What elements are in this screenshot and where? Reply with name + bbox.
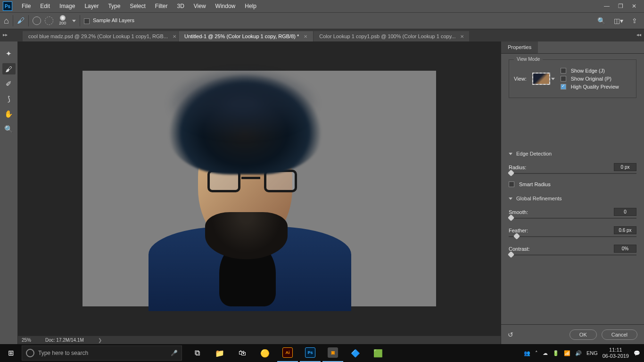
brush-size-preview[interactable]: 200 bbox=[57, 15, 68, 26]
brush-options-dropdown-icon[interactable] bbox=[72, 20, 76, 22]
view-label: View: bbox=[514, 76, 527, 82]
close-icon[interactable]: ✕ bbox=[304, 34, 307, 39]
menu-image[interactable]: Image bbox=[55, 1, 80, 11]
show-original-option[interactable]: Show Original (P) bbox=[561, 76, 631, 82]
edge-detection-section[interactable]: Edge Detection bbox=[509, 151, 636, 156]
taskbar-search[interactable]: Type here to search 🎤 bbox=[22, 346, 182, 361]
menu-file[interactable]: File bbox=[17, 1, 35, 11]
share-icon[interactable]: ⇪ bbox=[632, 17, 637, 25]
brush-tool-icon[interactable]: ✐ bbox=[2, 78, 16, 90]
subtract-selection-icon[interactable] bbox=[45, 16, 53, 25]
sublime-icon[interactable]: ▣ bbox=[322, 344, 343, 362]
show-edge-option[interactable]: Show Edge (J) bbox=[561, 68, 631, 74]
menu-edit[interactable]: Edit bbox=[35, 1, 55, 11]
sample-all-layers-option[interactable]: Sample All Layers bbox=[84, 17, 134, 24]
language-indicator[interactable]: ENG bbox=[586, 350, 598, 356]
document-tab-active[interactable]: Untitled-1 @ 25% (Color Lookup 1 copy, R… bbox=[179, 31, 313, 41]
home-icon[interactable]: ⌂ bbox=[4, 16, 9, 26]
properties-tab[interactable]: Properties bbox=[501, 41, 538, 53]
lasso-tool-icon[interactable]: ⟆ bbox=[2, 93, 16, 105]
refine-edge-brush-tool-icon[interactable]: 🖌 bbox=[2, 63, 16, 74]
add-selection-icon[interactable] bbox=[33, 16, 41, 25]
checkbox-icon[interactable] bbox=[84, 18, 90, 24]
app-icon[interactable]: 🟩 bbox=[368, 344, 388, 362]
microsoft-store-icon[interactable]: 🛍 bbox=[232, 344, 253, 362]
status-menu-icon[interactable]: ❯ bbox=[98, 337, 102, 343]
menu-layer[interactable]: Layer bbox=[80, 1, 103, 11]
document-info[interactable]: Doc: 17.2M/14.1M bbox=[45, 337, 84, 343]
radius-value[interactable]: 0 px bbox=[614, 163, 636, 171]
hand-tool-icon[interactable]: ✋ bbox=[2, 108, 16, 120]
window-minimize-icon[interactable]: — bbox=[604, 3, 610, 9]
battery-icon[interactable]: 🔋 bbox=[553, 350, 559, 356]
smart-radius-option[interactable]: Smart Radius bbox=[509, 181, 636, 187]
zoom-tool-icon[interactable]: 🔍 bbox=[2, 123, 16, 135]
taskbar-clock[interactable]: 11:11 06-03-2019 bbox=[603, 347, 629, 359]
file-explorer-icon[interactable]: 📁 bbox=[209, 344, 230, 362]
expand-toolbar-icon[interactable]: ▸▸ bbox=[3, 32, 8, 37]
feather-slider[interactable] bbox=[509, 236, 636, 237]
menu-view[interactable]: View bbox=[189, 1, 211, 11]
global-refinements-section[interactable]: Global Refinements bbox=[509, 196, 636, 201]
menu-select[interactable]: Select bbox=[125, 1, 150, 11]
tray-expand-icon[interactable]: ˄ bbox=[535, 350, 538, 356]
app-icon[interactable]: 🔷 bbox=[345, 344, 366, 362]
volume-icon[interactable]: 🔊 bbox=[575, 350, 582, 356]
view-dropdown-icon[interactable] bbox=[551, 78, 555, 80]
subject-cutout bbox=[130, 71, 389, 306]
close-icon[interactable]: ✕ bbox=[173, 34, 176, 39]
menu-window[interactable]: Window bbox=[211, 1, 240, 11]
feather-label: Feather: bbox=[509, 228, 528, 233]
onedrive-icon[interactable]: ☁ bbox=[543, 350, 548, 356]
mic-icon[interactable]: 🎤 bbox=[171, 350, 178, 356]
window-restore-icon[interactable]: ❐ bbox=[618, 3, 623, 9]
quick-selection-tool-icon[interactable]: ✦ bbox=[2, 48, 16, 59]
document-canvas[interactable] bbox=[83, 71, 436, 306]
canvas-viewport[interactable] bbox=[18, 41, 501, 336]
ok-button[interactable]: OK bbox=[570, 329, 597, 340]
view-mode-group: View Mode View: Show Edge (J) Show Origi… bbox=[509, 59, 636, 98]
action-center-icon[interactable]: 💬 bbox=[634, 350, 640, 356]
workspace-switcher-icon[interactable]: ◫▾ bbox=[614, 17, 623, 25]
chevron-down-icon bbox=[509, 197, 512, 200]
people-icon[interactable]: 👥 bbox=[524, 350, 530, 356]
canvas-area: 25% Doc: 17.2M/14.1M ❯ bbox=[18, 41, 501, 344]
chrome-icon[interactable]: 🟡 bbox=[255, 344, 275, 362]
wifi-icon[interactable]: 📶 bbox=[564, 350, 570, 356]
document-tab[interactable]: cool blue madz.psd @ 29.2% (Color Lookup… bbox=[23, 31, 178, 41]
view-thumbnail[interactable] bbox=[532, 73, 550, 85]
menu-filter[interactable]: Filter bbox=[150, 1, 173, 11]
search-placeholder: Type here to search bbox=[38, 350, 88, 356]
cancel-button[interactable]: Cancel bbox=[602, 329, 637, 340]
photoshop-logo: Ps bbox=[3, 1, 12, 11]
radius-slider[interactable] bbox=[509, 173, 636, 174]
photoshop-icon[interactable]: Ps bbox=[300, 344, 321, 362]
illustrator-icon[interactable]: Ai bbox=[277, 344, 298, 362]
zoom-level[interactable]: 25% bbox=[22, 337, 31, 343]
smooth-label: Smooth: bbox=[509, 209, 528, 215]
close-icon[interactable]: ✕ bbox=[460, 34, 464, 39]
document-tab[interactable]: Color Lookup 1 copy1.psb @ 100% (Color L… bbox=[314, 31, 469, 41]
toolbox: ✦ 🖌 ✐ ⟆ ✋ 🔍 bbox=[0, 41, 18, 344]
start-button[interactable]: ⊞ bbox=[0, 349, 22, 357]
brush-size-value: 200 bbox=[59, 21, 66, 25]
contrast-label: Contrast: bbox=[509, 246, 530, 252]
menu-type[interactable]: Type bbox=[103, 1, 125, 11]
window-close-icon[interactable]: ✕ bbox=[632, 3, 636, 9]
contrast-value[interactable]: 0% bbox=[614, 245, 636, 253]
task-view-icon[interactable]: ⧉ bbox=[187, 344, 207, 362]
hq-preview-option[interactable]: High Quality Preview bbox=[561, 84, 631, 90]
contrast-slider[interactable] bbox=[509, 255, 636, 255]
reset-icon[interactable]: ↺ bbox=[508, 331, 513, 338]
brush-tool-icon[interactable]: 🖌 bbox=[17, 16, 25, 25]
smooth-slider[interactable] bbox=[509, 218, 636, 219]
expand-panels-icon[interactable]: ◂◂ bbox=[636, 32, 641, 37]
menu-bar: Ps File Edit Image Layer Type Select Fil… bbox=[0, 0, 644, 12]
smooth-value[interactable]: 0 bbox=[614, 208, 636, 216]
options-bar: ⌂ 🖌 200 Sample All Layers 🔍 ◫▾ ⇪ bbox=[0, 12, 644, 29]
menu-help[interactable]: Help bbox=[240, 1, 261, 11]
properties-panel: Properties View Mode View: Show Edge (J)… bbox=[501, 41, 644, 344]
feather-value[interactable]: 0.6 px bbox=[614, 226, 636, 234]
menu-3d[interactable]: 3D bbox=[172, 1, 189, 11]
search-icon[interactable]: 🔍 bbox=[597, 17, 605, 25]
